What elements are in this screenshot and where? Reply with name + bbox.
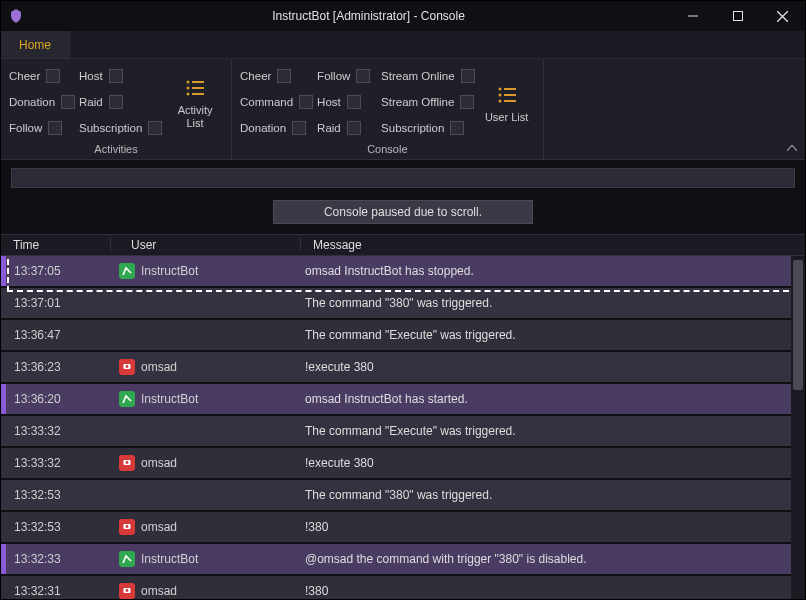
col-user[interactable]: User (111, 238, 301, 252)
checkbox[interactable] (299, 95, 313, 109)
username: omsad (141, 584, 177, 598)
svg-point-12 (498, 93, 501, 96)
checkbox[interactable] (461, 69, 475, 83)
console-subscription[interactable]: Subscription (381, 117, 475, 139)
svg-point-4 (187, 81, 190, 84)
checkbox[interactable] (347, 95, 361, 109)
checkbox[interactable] (109, 95, 123, 109)
svg-rect-7 (192, 87, 204, 89)
table-row[interactable]: 13:33:32The command "Execute" was trigge… (1, 416, 805, 446)
table-body: 13:37:05InstructBotomsad InstructBot has… (1, 256, 805, 600)
ribbon: Cheer Donation Follow Host Rai (1, 59, 805, 160)
ribbon-label: Subscription (381, 122, 444, 134)
svg-rect-1 (733, 12, 742, 21)
table-row[interactable]: 13:36:23omsad!execute 380 (1, 352, 805, 382)
cell-user: InstructBot (111, 551, 301, 567)
svg-point-10 (498, 87, 501, 90)
checkbox[interactable] (46, 69, 60, 83)
table-row[interactable]: 13:32:33InstructBot@omsad the command wi… (1, 544, 805, 574)
ribbon-collapse-button[interactable] (785, 141, 799, 155)
scroll-pause-banner[interactable]: Console paused due to scroll. (273, 200, 533, 224)
console-stream-online[interactable]: Stream Online (381, 65, 475, 87)
activities-subscription[interactable]: Subscription (79, 117, 163, 139)
cell-time: 13:32:53 (6, 488, 111, 502)
activities-raid[interactable]: Raid (79, 91, 163, 113)
console-follow[interactable]: Follow (317, 65, 377, 87)
username: omsad (141, 520, 177, 534)
cell-time: 13:33:32 (6, 424, 111, 438)
app-icon (7, 7, 25, 25)
cell-user: omsad (111, 583, 301, 599)
console-raid[interactable]: Raid (317, 117, 377, 139)
tab-strip: Home (1, 31, 805, 59)
user-badge-icon (119, 583, 135, 599)
svg-rect-15 (504, 100, 516, 102)
cell-time: 13:32:31 (6, 584, 111, 598)
user-badge-icon (119, 359, 135, 375)
filter-bar[interactable] (11, 168, 795, 188)
activities-host[interactable]: Host (79, 65, 163, 87)
vertical-scrollbar[interactable] (791, 256, 805, 600)
ribbon-group-activities: Cheer Donation Follow Host Rai (1, 59, 232, 159)
console-donation[interactable]: Donation (240, 117, 313, 139)
table-row[interactable]: 13:32:53omsad!380 (1, 512, 805, 542)
ribbon-label: Host (317, 96, 341, 108)
ribbon-label: Cheer (240, 70, 271, 82)
table-row[interactable]: 13:36:20InstructBotomsad InstructBot has… (1, 384, 805, 414)
console-stream-offline[interactable]: Stream Offline (381, 91, 475, 113)
close-button[interactable] (760, 1, 805, 31)
svg-point-23 (126, 589, 129, 592)
table-row[interactable]: 13:33:32omsad!execute 380 (1, 448, 805, 478)
col-time[interactable]: Time (1, 238, 111, 252)
cell-user: omsad (111, 519, 301, 535)
checkbox[interactable] (48, 121, 62, 135)
checkbox[interactable] (109, 69, 123, 83)
username: InstructBot (141, 264, 198, 278)
checkbox[interactable] (460, 95, 474, 109)
svg-point-19 (126, 461, 129, 464)
cell-message: The command "Execute" was triggered. (301, 328, 805, 342)
svg-point-14 (498, 99, 501, 102)
console-host[interactable]: Host (317, 91, 377, 113)
console-cheer[interactable]: Cheer (240, 65, 313, 87)
console-command[interactable]: Command (240, 91, 313, 113)
group-name: Activities (9, 139, 223, 155)
table-row[interactable]: 13:37:01The command "380" was triggered. (1, 288, 805, 318)
activities-follow[interactable]: Follow (9, 117, 75, 139)
ribbon-label: Follow (317, 70, 350, 82)
table-row[interactable]: 13:36:47The command "Execute" was trigge… (1, 320, 805, 350)
username: InstructBot (141, 552, 198, 566)
user-list-button[interactable]: User List (479, 65, 535, 139)
activity-list-button[interactable]: Activity List (167, 65, 223, 139)
cell-time: 13:32:33 (6, 552, 111, 566)
checkbox[interactable] (347, 121, 361, 135)
checkbox[interactable] (277, 69, 291, 83)
ribbon-label: Donation (240, 122, 286, 134)
tab-label: Home (19, 38, 51, 52)
cell-message: !380 (301, 584, 805, 598)
cell-time: 13:32:53 (6, 520, 111, 534)
activities-cheer[interactable]: Cheer (9, 65, 75, 87)
checkbox[interactable] (356, 69, 370, 83)
checkbox[interactable] (450, 121, 464, 135)
tab-home[interactable]: Home (1, 31, 70, 58)
checkbox[interactable] (148, 121, 162, 135)
maximize-button[interactable] (715, 1, 760, 31)
cell-message: !380 (301, 520, 805, 534)
ribbon-label: Subscription (79, 122, 142, 134)
bot-badge-icon (119, 263, 135, 279)
cell-message: The command "380" was triggered. (301, 296, 805, 310)
ribbon-group-console: Cheer Command Donation Follow (232, 59, 544, 159)
cell-time: 13:36:23 (6, 360, 111, 374)
col-message[interactable]: Message (301, 238, 805, 252)
checkbox[interactable] (292, 121, 306, 135)
checkbox[interactable] (61, 95, 75, 109)
scroll-thumb[interactable] (793, 260, 803, 390)
minimize-button[interactable] (670, 1, 715, 31)
svg-point-8 (187, 93, 190, 96)
svg-point-6 (187, 87, 190, 90)
table-row[interactable]: 13:37:05InstructBotomsad InstructBot has… (1, 256, 805, 286)
table-row[interactable]: 13:32:53The command "380" was triggered. (1, 480, 805, 510)
table-row[interactable]: 13:32:31omsad!380 (1, 576, 805, 600)
activities-donation[interactable]: Donation (9, 91, 75, 113)
